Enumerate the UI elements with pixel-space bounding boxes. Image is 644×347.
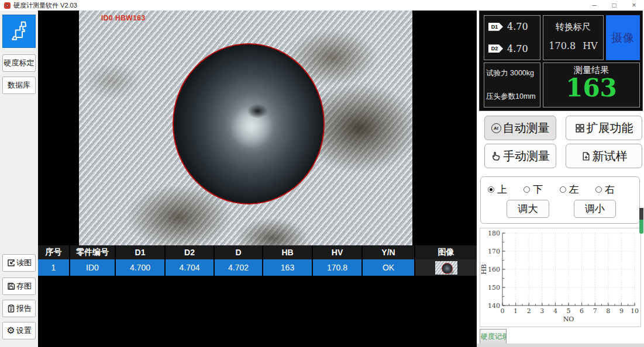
svg-text:140: 140	[488, 302, 500, 310]
table-cell: 163	[263, 259, 313, 276]
sidebar: 硬度标定 数据库 读图 存图	[0, 11, 38, 347]
new-sample-button[interactable]: 新试样	[566, 144, 642, 168]
save-image-button[interactable]: 存图	[2, 277, 36, 295]
direction-radio-row: 上下左右	[481, 177, 639, 196]
settings-gear-icon: ⚙	[6, 326, 15, 335]
direction-radio-2[interactable]: 左	[560, 183, 579, 196]
d1-value: 4.70	[507, 21, 528, 32]
indentation-id-label: ID0 HBW163	[101, 14, 146, 22]
svg-text:3: 3	[540, 307, 544, 315]
column-header-5: HB	[263, 245, 313, 259]
settings-button[interactable]: ⚙ 设置	[2, 322, 36, 339]
measurement-info-panel: D1 4.70 D2 4.70 转换标尺 170.8 HV 摄像 试验力 300…	[479, 11, 643, 111]
svg-text:10: 10	[631, 307, 639, 315]
save-image-label: 存图	[16, 281, 32, 292]
table-cell: 1	[38, 259, 70, 276]
svg-text:HB: HB	[480, 264, 488, 275]
table-cell: OK	[363, 259, 415, 276]
column-header-3: D2	[166, 245, 215, 259]
table-cell-image[interactable]	[415, 259, 477, 276]
column-header-1: 零件编号	[70, 245, 116, 259]
conversion-scale-title: 转换标尺	[543, 22, 603, 33]
close-button[interactable]: ×	[624, 0, 644, 11]
table-cell: 4.702	[215, 259, 263, 276]
window-title: 硬度计测量软件 V2.03	[13, 1, 77, 10]
decrease-button[interactable]: 调小	[574, 200, 616, 218]
radio-circle-icon	[524, 186, 530, 193]
svg-text:NO: NO	[563, 315, 574, 323]
ai-icon: AI	[491, 123, 501, 133]
svg-text:170: 170	[488, 248, 500, 255]
svg-text:7: 7	[593, 307, 597, 315]
radio-label: 上	[497, 183, 507, 196]
hand-pointer-icon	[491, 151, 501, 161]
read-image-button[interactable]: 读图	[2, 254, 36, 272]
d2-badge: D2	[488, 44, 503, 53]
radio-circle-icon	[595, 186, 602, 193]
report-icon	[6, 304, 16, 313]
minimize-button[interactable]: –	[584, 0, 604, 11]
tab-hardness-record[interactable]: 硬度记录	[480, 329, 507, 344]
increase-button[interactable]: 调大	[507, 200, 549, 218]
chart-canvas: 012345678910140150160170180NOHB	[480, 228, 640, 327]
sidebar-item-label: 数据库	[8, 80, 30, 91]
direction-radio-0[interactable]: 上	[488, 183, 507, 196]
svg-text:8: 8	[606, 307, 610, 315]
svg-text:5: 5	[567, 307, 571, 315]
main-area: ID0 HBW163 序号零件编号D1D2DHBHVY/N图像 1ID04.70…	[38, 11, 477, 347]
report-button[interactable]: 报告	[2, 300, 36, 317]
column-header-6: HV	[313, 245, 363, 259]
svg-text:9: 9	[619, 307, 624, 315]
direction-radio-3[interactable]: 右	[595, 183, 615, 196]
new-sample-label: 新试样	[593, 148, 628, 164]
indenter-label: 压头参数10mm	[486, 92, 539, 102]
direction-radio-1[interactable]: 下	[524, 183, 543, 196]
sidebar-item-database[interactable]: 数据库	[2, 77, 36, 94]
table-cell: 4.700	[116, 259, 166, 276]
test-force-label: 试验力 3000kg	[486, 68, 539, 78]
test-parameters-box: 试验力 3000kg 压头参数10mm	[484, 63, 540, 107]
measurement-result-box: 测量结果 163	[543, 63, 640, 107]
extended-functions-button[interactable]: 扩展功能	[566, 116, 642, 140]
svg-text:6: 6	[580, 307, 584, 315]
radio-circle-icon	[488, 186, 494, 193]
manual-measure-button[interactable]: 手动测量	[484, 144, 556, 168]
radio-label: 下	[533, 183, 543, 196]
table-row[interactable]: 1ID04.7004.7044.702163170.8OK	[38, 259, 477, 276]
diameter-readout: D1 4.70 D2 4.70	[484, 15, 540, 60]
auto-measure-button[interactable]: AI 自动测量	[484, 116, 556, 140]
column-header-2: D1	[116, 245, 166, 259]
radio-circle-icon	[560, 186, 566, 193]
d2-value: 4.70	[507, 43, 528, 54]
results-table: 序号零件编号D1D2DHBHVY/N图像 1ID04.7004.7044.702…	[38, 245, 477, 276]
column-header-0: 序号	[38, 245, 70, 259]
conversion-scale-unit: HV	[583, 40, 598, 51]
read-image-icon	[6, 258, 16, 268]
camera-button[interactable]: 摄像	[606, 15, 640, 60]
grid-squares-icon	[575, 123, 585, 133]
right-panel: D1 4.70 D2 4.70 转换标尺 170.8 HV 摄像 试验力 300…	[477, 11, 644, 347]
radio-label: 右	[605, 183, 615, 196]
scrollbar-thumb[interactable]	[639, 208, 643, 234]
d1-badge: D1	[488, 23, 503, 31]
svg-text:2: 2	[527, 307, 531, 315]
manual-measure-label: 手动测量	[503, 148, 550, 164]
svg-text:160: 160	[488, 266, 500, 273]
table-header-row: 序号零件编号D1D2DHBHVY/N图像	[38, 245, 477, 259]
maximize-button[interactable]: □	[604, 0, 624, 11]
svg-text:4: 4	[553, 307, 557, 315]
svg-text:180: 180	[488, 230, 500, 237]
new-document-icon	[581, 151, 591, 161]
table-cell: 170.8	[313, 259, 363, 276]
sidebar-item-hardness-calibration[interactable]: 硬度标定	[2, 54, 36, 72]
conversion-scale-box: 转换标尺 170.8 HV	[543, 15, 604, 60]
camera-view[interactable]: ID0 HBW163	[79, 11, 412, 245]
column-header-8: 图像	[415, 245, 477, 259]
save-image-icon	[6, 282, 16, 291]
table-cell: 4.704	[166, 259, 215, 276]
window-controls: – □ ×	[584, 0, 644, 11]
hardness-tester-home-button[interactable]	[2, 15, 36, 48]
result-value: 163	[543, 76, 639, 100]
table-body: 1ID04.7004.7044.702163170.8OK	[38, 259, 477, 276]
auto-measure-label: 自动测量	[503, 120, 550, 136]
